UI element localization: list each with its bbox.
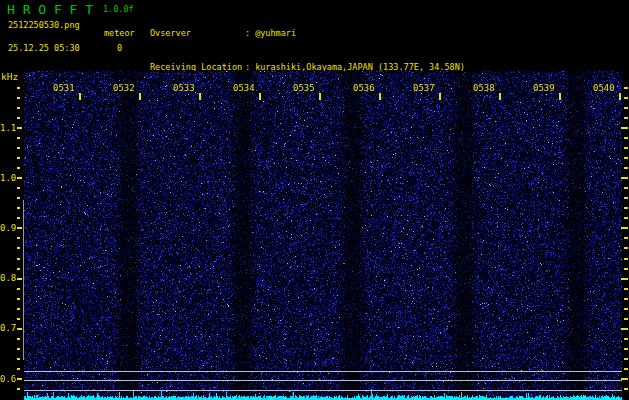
info-label: Ovserver: [150, 28, 245, 39]
meteor-count-label: meteor: [104, 28, 135, 38]
x-axis-time-label: 0539: [533, 83, 555, 93]
info-colon: :: [245, 28, 250, 38]
y-axis-major-tick: [17, 278, 22, 280]
y-axis-minor-tick: [17, 147, 20, 149]
y-axis-minor-tick-right: [624, 137, 628, 139]
x-axis-time-label: 0534: [233, 83, 255, 93]
y-axis-minor-tick-right: [624, 97, 628, 99]
y-axis-minor-tick: [17, 217, 20, 219]
info-row-observer: Ovserver:@yuhmari: [150, 28, 465, 39]
y-axis-minor-tick-right: [624, 237, 628, 239]
y-axis-major-tick: [17, 127, 22, 129]
y-axis-label: 0.7: [0, 323, 16, 333]
y-axis-minor-tick-right: [624, 298, 628, 300]
y-axis-minor-tick: [17, 157, 20, 159]
hrofft-window: H R O F F T 1.0.0f 2512250530.png meteor…: [0, 0, 629, 400]
y-axis-minor-tick-right: [624, 197, 628, 199]
y-axis-minor-tick: [17, 187, 20, 189]
x-axis-time-label: 0540: [593, 83, 615, 93]
signal-level-trace: [24, 390, 622, 400]
y-axis-label: 0.9: [0, 223, 16, 233]
y-axis-minor-tick: [17, 288, 20, 290]
y-axis-minor-tick: [17, 308, 20, 310]
x-axis-tick: [319, 93, 321, 100]
x-axis-tick: [79, 93, 81, 100]
x-axis-time-label: 0538: [473, 83, 495, 93]
y-axis-minor-tick: [17, 348, 20, 350]
y-axis-minor-tick-right: [624, 288, 628, 290]
y-axis-minor-tick-right: [624, 157, 628, 159]
calibration-line: [24, 380, 622, 381]
y-axis-label: 1.0: [0, 173, 16, 183]
y-axis-minor-tick: [17, 247, 20, 249]
y-axis-minor-tick: [17, 117, 20, 119]
y-axis-minor-tick: [17, 268, 20, 270]
y-axis-minor-tick: [17, 298, 20, 300]
y-axis-minor-tick-right: [624, 358, 628, 360]
y-axis-label: 0.6: [0, 374, 16, 384]
y-axis-minor-tick-right: [624, 338, 628, 340]
y-axis-minor-tick: [17, 167, 20, 169]
y-axis-minor-tick-right: [624, 167, 628, 169]
y-axis-minor-tick: [17, 107, 20, 109]
y-axis-major-tick: [17, 227, 22, 229]
y-axis-minor-tick-right: [624, 207, 628, 209]
y-axis-label: 1.1: [0, 123, 16, 133]
y-axis-minor-tick: [17, 207, 20, 209]
x-axis-time-label: 0536: [353, 83, 375, 93]
y-axis-minor-tick: [17, 258, 20, 260]
x-axis-tick: [139, 93, 141, 100]
left-edge-artifact-line: [23, 200, 24, 360]
calibration-line: [24, 390, 622, 391]
y-axis-minor-tick-right: [624, 187, 628, 189]
y-axis-minor-tick-right: [624, 107, 628, 109]
info-value: @yuhmari: [255, 28, 296, 38]
y-axis-major-tick-right: [621, 278, 628, 280]
x-axis-tick: [259, 93, 261, 100]
y-axis-minor-tick: [17, 97, 20, 99]
y-axis-minor-tick: [17, 137, 20, 139]
meteor-count-value: 0: [117, 43, 122, 53]
y-axis-minor-tick: [17, 388, 20, 390]
y-axis-minor-tick-right: [624, 388, 628, 390]
x-axis-tick: [499, 93, 501, 100]
observation-datetime: 25.12.25 05:30: [8, 43, 80, 53]
y-axis-major-tick-right: [621, 328, 628, 330]
y-axis-minor-tick-right: [624, 348, 628, 350]
x-axis-tick: [619, 93, 621, 100]
y-axis-major-tick: [17, 378, 22, 380]
y-axis-minor-tick-right: [624, 308, 628, 310]
x-axis-time-label: 0531: [53, 83, 75, 93]
y-axis-major-tick: [17, 177, 22, 179]
y-axis-minor-tick-right: [624, 258, 628, 260]
x-axis-time-label: 0533: [173, 83, 195, 93]
y-axis-minor-tick-right: [624, 147, 628, 149]
y-axis-minor-tick-right: [624, 318, 628, 320]
y-axis-unit-label: kHz: [1, 71, 18, 82]
y-axis-minor-tick-right: [624, 247, 628, 249]
y-axis-major-tick-right: [621, 378, 628, 380]
y-axis-minor-tick: [17, 237, 20, 239]
calibration-line: [24, 371, 622, 372]
y-axis-minor-tick: [17, 87, 20, 89]
x-axis-tick: [199, 93, 201, 100]
x-axis-tick: [559, 93, 561, 100]
y-axis-minor-tick: [17, 338, 20, 340]
y-axis-minor-tick-right: [624, 87, 628, 89]
output-filename: 2512250530.png: [8, 20, 80, 30]
y-axis-major-tick-right: [621, 177, 628, 179]
y-axis-minor-tick-right: [624, 368, 628, 370]
y-axis-minor-tick-right: [624, 268, 628, 270]
y-axis-minor-tick-right: [624, 117, 628, 119]
y-axis-major-tick-right: [621, 127, 628, 129]
x-axis-time-label: 0537: [413, 83, 435, 93]
app-version: 1.0.0f: [103, 4, 134, 14]
y-axis-minor-tick: [17, 368, 20, 370]
x-axis-time-label: 0532: [113, 83, 135, 93]
x-axis-tick: [439, 93, 441, 100]
spectrogram-noise-field: [24, 71, 622, 400]
y-axis-minor-tick: [17, 197, 20, 199]
y-axis-major-tick: [17, 328, 22, 330]
y-axis-minor-tick: [17, 358, 20, 360]
y-axis-minor-tick-right: [624, 217, 628, 219]
